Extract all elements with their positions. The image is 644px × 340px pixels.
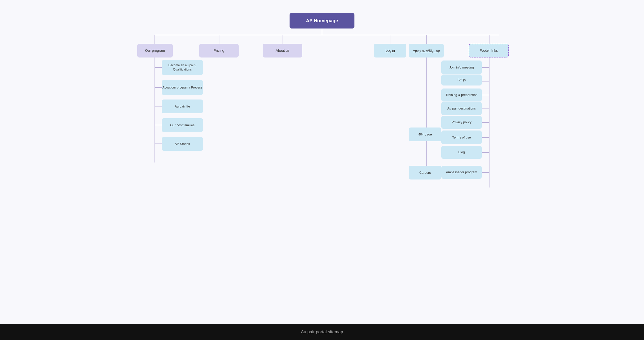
node-footer-links[interactable]: Footer links: [469, 44, 509, 58]
footer-bar: Au pair portal sitemap: [0, 324, 644, 340]
node-about-us[interactable]: About us: [263, 44, 302, 58]
node-become-au-pair[interactable]: Become an au pair / Qualifications: [162, 60, 203, 75]
node-careers[interactable]: Careers: [409, 166, 441, 180]
node-privacy[interactable]: Privacy policy: [441, 116, 482, 129]
node-pricing[interactable]: Pricing: [199, 44, 239, 58]
node-blog[interactable]: Blog: [441, 146, 482, 159]
footer-label: Au pair portal sitemap: [301, 329, 343, 334]
node-about-program[interactable]: About our program / Process: [162, 80, 203, 95]
node-terms[interactable]: Terms of use: [441, 130, 482, 144]
node-host-families[interactable]: Our host families: [162, 118, 203, 132]
node-join-info[interactable]: Join info meeting: [441, 61, 482, 74]
node-au-pair-life[interactable]: Au pair life: [162, 99, 203, 113]
node-destinations[interactable]: Au pair destinations: [441, 102, 482, 115]
node-apply-now[interactable]: Apply now/Sign up: [409, 44, 444, 58]
node-training[interactable]: Training & preparation: [441, 88, 482, 101]
node-our-program[interactable]: Our program: [137, 44, 173, 58]
node-faqs[interactable]: FAQs: [441, 75, 482, 85]
node-ap-stories[interactable]: AP Stories: [162, 137, 203, 151]
node-404[interactable]: 404 page: [409, 127, 441, 141]
root-node: AP Homepage: [290, 13, 354, 29]
node-ambassador[interactable]: Ambassador program: [441, 166, 482, 179]
node-log-in[interactable]: Log in: [374, 44, 406, 58]
